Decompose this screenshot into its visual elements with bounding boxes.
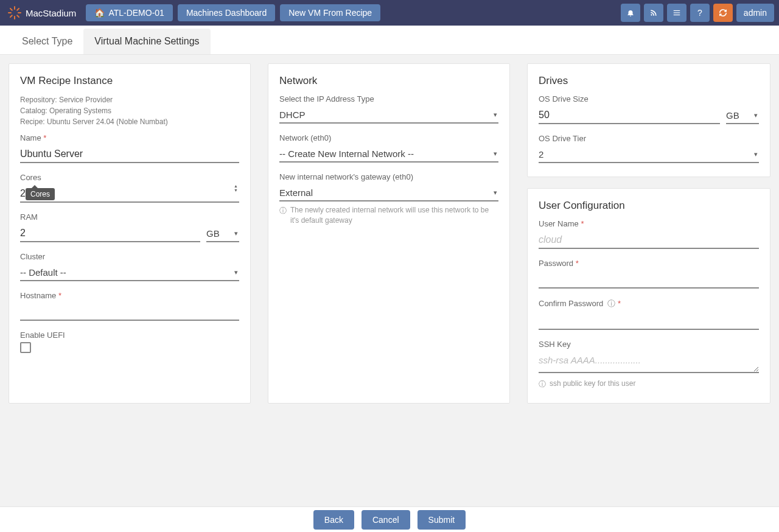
password-field: Password * bbox=[539, 259, 759, 289]
password-label: Password * bbox=[539, 259, 759, 268]
confirm-password-input[interactable] bbox=[539, 312, 759, 330]
name-label: Name * bbox=[20, 133, 239, 142]
drive-tier-value: 2 bbox=[539, 149, 543, 159]
cancel-button[interactable]: Cancel bbox=[362, 510, 410, 530]
tab-select-type[interactable]: Select Type bbox=[11, 29, 83, 54]
cluster-value: -- Default -- bbox=[20, 267, 66, 278]
chevron-down-icon: ▾ bbox=[754, 150, 758, 158]
drives-title: Drives bbox=[539, 75, 759, 87]
notifications-icon[interactable] bbox=[621, 4, 640, 22]
username-input[interactable] bbox=[539, 231, 759, 249]
svg-rect-10 bbox=[674, 12, 680, 13]
vm-recipe-card: VM Recipe Instance Repository: Service P… bbox=[9, 63, 251, 404]
wizard-tabs: Select Type Virtual Machine Settings bbox=[0, 26, 779, 55]
uefi-label: Enable UEFI bbox=[20, 331, 239, 340]
brand-logo: MacStadium bbox=[5, 5, 81, 20]
name-input[interactable] bbox=[20, 145, 239, 163]
ssh-hint-text: ssh public key for this user bbox=[550, 379, 635, 389]
ssh-key-input[interactable] bbox=[539, 351, 759, 373]
gateway-hint: ⓘ The newly created internal network wil… bbox=[279, 205, 498, 226]
ram-unit-value: GB bbox=[206, 228, 220, 239]
name-field: Name * bbox=[20, 133, 239, 163]
drive-size-input[interactable] bbox=[539, 106, 720, 124]
info-icon: ⓘ bbox=[539, 379, 546, 390]
ram-field: RAM GB ▾ bbox=[20, 212, 239, 242]
drive-size-unit-select[interactable]: GB ▾ bbox=[726, 107, 759, 124]
network-eth0-value: -- Create New Internal Network -- bbox=[279, 149, 414, 159]
network-card: Network Select the IP Address Type DHCP … bbox=[268, 63, 510, 404]
chevron-down-icon: ▾ bbox=[234, 268, 238, 276]
hostname-label: Hostname * bbox=[20, 291, 239, 300]
help-icon[interactable]: ? bbox=[690, 4, 710, 22]
ssh-key-field: SSH Key bbox=[539, 340, 759, 375]
top-nav: MacStadium 🏠 ATL-DEMO-01 Machines Dashbo… bbox=[0, 0, 779, 26]
network-eth0-field: Network (eth0) -- Create New Internal Ne… bbox=[279, 133, 498, 163]
svg-line-6 bbox=[10, 15, 12, 17]
username-label: User Name * bbox=[539, 219, 759, 228]
chevron-down-icon: ▾ bbox=[754, 111, 758, 119]
admin-button[interactable]: admin bbox=[736, 4, 774, 22]
gateway-label: New internal network's gateway (eth0) bbox=[279, 172, 498, 181]
home-nav-button[interactable]: 🏠 ATL-DEMO-01 bbox=[86, 4, 173, 21]
refresh-icon[interactable] bbox=[713, 4, 733, 22]
chevron-down-icon: ▾ bbox=[494, 110, 497, 118]
ram-label: RAM bbox=[20, 212, 239, 222]
new-vm-button[interactable]: New VM From Recipe bbox=[280, 4, 380, 21]
svg-line-5 bbox=[17, 15, 19, 17]
gateway-hint-text: The newly created internal network will … bbox=[290, 205, 498, 226]
info-icon: ⓘ bbox=[279, 206, 287, 216]
drive-size-field: OS Drive Size GB ▾ bbox=[539, 94, 759, 124]
list-icon[interactable] bbox=[667, 4, 686, 22]
ip-type-select[interactable]: DHCP ▾ bbox=[279, 106, 498, 124]
submit-button[interactable]: Submit bbox=[417, 510, 466, 530]
drive-tier-label: OS Drive Tier bbox=[539, 134, 759, 143]
ram-input[interactable] bbox=[20, 224, 200, 242]
svg-rect-11 bbox=[674, 15, 680, 15]
user-config-card: User Configuration User Name * Password … bbox=[527, 188, 770, 404]
drive-tier-select[interactable]: 2 ▾ bbox=[539, 145, 759, 163]
svg-rect-9 bbox=[674, 10, 680, 11]
uefi-checkbox[interactable] bbox=[20, 342, 31, 353]
ssh-hint: ⓘ ssh public key for this user bbox=[539, 379, 759, 390]
password-input[interactable] bbox=[539, 270, 759, 289]
network-title: Network bbox=[279, 75, 498, 87]
svg-point-8 bbox=[651, 14, 652, 15]
brand-text: MacStadium bbox=[26, 8, 76, 18]
recipe-meta: Repository: Service Provider Catalog: Op… bbox=[20, 94, 239, 127]
username-field: User Name * bbox=[539, 219, 759, 249]
cores-tooltip: Cores bbox=[26, 188, 55, 200]
svg-line-7 bbox=[17, 9, 19, 10]
ip-type-field: Select the IP Address Type DHCP ▾ bbox=[279, 94, 498, 124]
machines-dashboard-button[interactable]: Machines Dashboard bbox=[178, 4, 275, 21]
ram-unit-select[interactable]: GB ▾ bbox=[206, 225, 239, 242]
cluster-select[interactable]: -- Default -- ▾ bbox=[20, 264, 239, 281]
back-button[interactable]: Back bbox=[313, 510, 354, 530]
catalog-line: Catalog: Operating Systems bbox=[20, 105, 239, 116]
drive-tier-field: OS Drive Tier 2 ▾ bbox=[539, 134, 759, 163]
chevron-down-icon: ▾ bbox=[494, 188, 497, 196]
cores-label: Cores bbox=[20, 173, 239, 182]
home-icon: 🏠 bbox=[94, 8, 105, 18]
cores-spinner[interactable]: ▲▼ bbox=[232, 184, 239, 192]
gateway-value: External bbox=[279, 187, 313, 198]
user-config-title: User Configuration bbox=[539, 200, 759, 212]
ssh-key-label: SSH Key bbox=[539, 340, 759, 349]
network-eth0-select[interactable]: -- Create New Internal Network -- ▾ bbox=[279, 145, 498, 163]
nav-right: ? admin bbox=[621, 4, 774, 22]
drive-size-unit-value: GB bbox=[726, 110, 739, 121]
wizard-footer: Back Cancel Submit bbox=[0, 506, 779, 532]
right-column: Drives OS Drive Size GB ▾ OS Drive Tier … bbox=[527, 63, 770, 404]
tab-vm-settings[interactable]: Virtual Machine Settings bbox=[83, 29, 210, 54]
cluster-field: Cluster -- Default -- ▾ bbox=[20, 252, 239, 281]
gateway-select[interactable]: External ▾ bbox=[279, 184, 498, 201]
sun-icon bbox=[7, 5, 22, 20]
drive-size-label: OS Drive Size bbox=[539, 94, 759, 103]
rss-icon[interactable] bbox=[644, 4, 663, 22]
info-icon: ⓘ bbox=[607, 299, 615, 308]
hostname-input[interactable] bbox=[20, 303, 239, 321]
hostname-field: Hostname * bbox=[20, 291, 239, 321]
repo-line: Repository: Service Provider bbox=[20, 94, 239, 105]
confirm-password-label: Confirm Password ⓘ * bbox=[539, 298, 759, 309]
home-nav-label: ATL-DEMO-01 bbox=[108, 8, 164, 18]
chevron-down-icon: ▾ bbox=[234, 229, 238, 237]
